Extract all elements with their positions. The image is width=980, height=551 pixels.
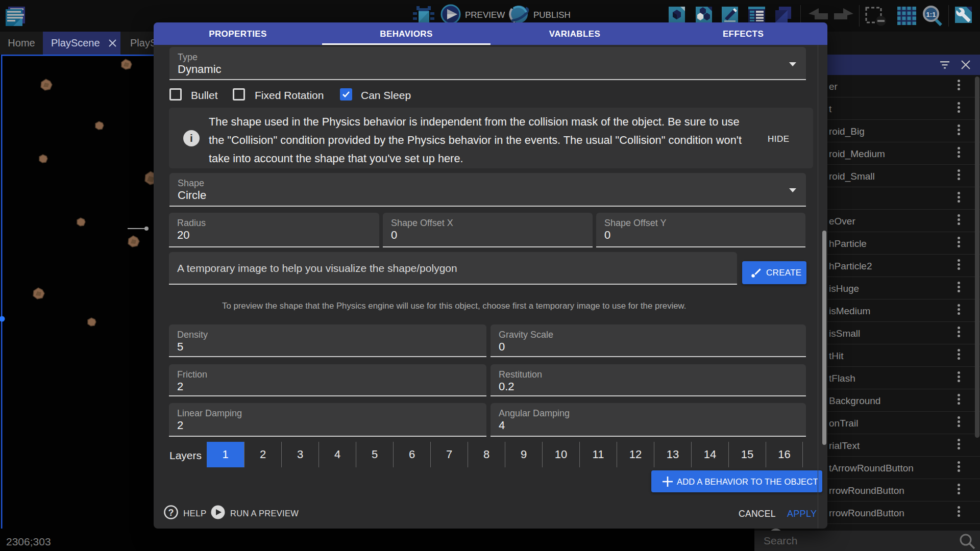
svg-text:?: ?	[168, 508, 174, 518]
svg-text:1:1: 1:1	[926, 11, 936, 18]
